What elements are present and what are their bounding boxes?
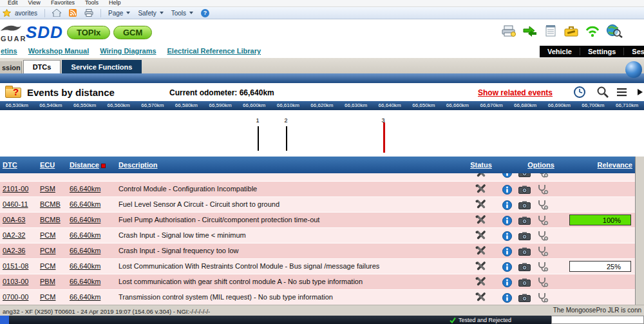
info-icon[interactable]	[502, 293, 512, 303]
stethoscope-icon[interactable]	[537, 215, 548, 225]
camera-icon[interactable]	[518, 186, 531, 194]
column-header-status[interactable]: Status	[465, 161, 497, 169]
toolbox-icon[interactable]	[564, 24, 579, 37]
distance-link[interactable]: 66,640km	[70, 185, 100, 193]
info-icon[interactable]	[502, 173, 512, 178]
tab-dtcs[interactable]: DTCs	[23, 60, 61, 73]
table-row[interactable]: 0A2-36 PCM 66,640km Crash Input - Signal…	[0, 243, 635, 259]
ecu-link[interactable]: BCMB	[40, 200, 61, 208]
camera-icon[interactable]	[518, 232, 531, 240]
status-tools-icon[interactable]	[474, 184, 488, 194]
camera-icon[interactable]	[518, 216, 531, 225]
status-tools-icon[interactable]	[474, 199, 488, 209]
dtc-code-link[interactable]: 0151-08	[3, 262, 28, 270]
table-row-partial[interactable]	[0, 173, 635, 182]
ecu-link[interactable]: PBM	[40, 278, 55, 285]
stethoscope-icon[interactable]	[537, 173, 548, 178]
start-button-stub[interactable]	[0, 316, 9, 324]
status-tools-icon[interactable]	[474, 173, 488, 178]
distance-link[interactable]: 66,640km	[70, 293, 100, 301]
stethoscope-icon[interactable]	[537, 292, 548, 303]
print-icon[interactable]	[80, 8, 97, 19]
topix-button[interactable]: TOPIx	[67, 26, 110, 39]
column-header-description[interactable]: Description	[118, 161, 158, 169]
session-tab-vehicle[interactable]: Vehicle	[540, 48, 580, 55]
help-icon[interactable]: ?	[201, 9, 209, 17]
event-marker-1[interactable]	[258, 126, 259, 151]
show-related-events-link[interactable]: Show related events	[478, 88, 553, 97]
ecu-link[interactable]: PCM	[40, 262, 55, 270]
table-row[interactable]: 0A2-32 PCM 66,640km Crash Input - Signal…	[0, 228, 635, 243]
scrollbar-track[interactable]	[635, 157, 644, 305]
dtc-code-link[interactable]: 0A2-32	[3, 231, 25, 239]
status-tools-icon[interactable]	[474, 261, 488, 271]
menu-item-view[interactable]: View	[23, 0, 46, 6]
camera-icon[interactable]	[518, 278, 531, 287]
status-tools-icon[interactable]	[474, 292, 488, 302]
stethoscope-icon[interactable]	[537, 277, 548, 287]
table-row[interactable]: 0151-08 PCM 66,640km Lost Communication …	[0, 259, 635, 274]
info-icon[interactable]	[502, 262, 512, 272]
info-icon[interactable]	[502, 247, 512, 256]
help-question-icon[interactable]: ?	[13, 86, 19, 97]
menu-item-favorites[interactable]: Favorites	[46, 0, 80, 6]
camera-icon[interactable]	[518, 263, 531, 271]
session-notes-icon[interactable]	[544, 24, 558, 37]
status-tools-icon[interactable]	[474, 276, 488, 287]
session-tab-sessio[interactable]: Sessio	[624, 48, 644, 55]
column-header-ecu[interactable]: ECU	[40, 161, 55, 169]
status-tools-icon[interactable]	[474, 214, 488, 225]
session-globe-icon[interactable]	[625, 61, 642, 78]
status-tools-icon[interactable]	[474, 245, 488, 256]
distance-link[interactable]: 66,640km	[70, 216, 100, 224]
distance-header-label[interactable]: Distance	[70, 161, 99, 169]
camera-icon[interactable]	[518, 247, 531, 256]
dtc-code-link[interactable]: 0103-00	[3, 278, 28, 285]
menu-item-tools[interactable]: Tools	[80, 0, 104, 6]
info-icon[interactable]	[502, 216, 512, 225]
column-header-dtc[interactable]: DTC	[3, 161, 17, 169]
history-clock-icon[interactable]	[573, 86, 586, 99]
dtc-code-link[interactable]: 2101-00	[3, 185, 28, 193]
stethoscope-icon[interactable]	[537, 184, 548, 195]
status-tools-icon[interactable]	[474, 230, 488, 240]
data-exchange-icon[interactable]	[522, 24, 538, 37]
tab-service-functions[interactable]: Service Functions	[62, 60, 142, 73]
column-header-options[interactable]: Options	[515, 161, 567, 169]
rss-feed-icon[interactable]	[65, 8, 80, 19]
ecu-link[interactable]: PCM	[40, 247, 55, 254]
stethoscope-icon[interactable]	[537, 200, 548, 210]
tab-session[interactable]: ssion	[0, 61, 22, 73]
dtc-code-link[interactable]: 00A-63	[3, 216, 25, 224]
notification-box[interactable]	[551, 316, 644, 324]
camera-icon[interactable]	[518, 294, 531, 302]
camera-icon[interactable]	[518, 173, 531, 177]
ecu-link[interactable]: BCMB	[40, 216, 61, 224]
dtc-code-link[interactable]: 0460-11	[3, 200, 28, 208]
event-marker-3[interactable]	[383, 122, 385, 153]
session-tab-settings[interactable]: Settings	[580, 48, 624, 55]
menu-item-edit[interactable]: Edit	[3, 0, 23, 6]
table-row[interactable]: 0700-00 PCM 66,640km Transmission contro…	[0, 290, 635, 305]
home-icon[interactable]	[48, 8, 65, 19]
stethoscope-icon[interactable]	[537, 231, 548, 241]
search-icon[interactable]	[596, 86, 609, 99]
global-search-icon[interactable]	[606, 24, 623, 38]
ecu-link[interactable]: PCM	[40, 231, 55, 239]
nav-link[interactable]: Wiring Diagrams	[100, 47, 156, 55]
safety-menu-button[interactable]: Safety	[134, 8, 167, 19]
distance-link[interactable]: 66,640km	[70, 278, 100, 285]
distance-link[interactable]: 66,640km	[70, 247, 100, 254]
wireless-icon[interactable]	[585, 24, 600, 37]
column-header-relevance[interactable]: Relevance	[569, 161, 632, 169]
list-view-icon[interactable]	[616, 87, 628, 97]
ecu-link[interactable]: PCM	[40, 293, 55, 301]
menu-item-help[interactable]: Help	[104, 0, 126, 6]
device-config-icon[interactable]	[501, 24, 516, 37]
distance-link[interactable]: 66,640km	[70, 200, 100, 208]
collapse-panel-icon[interactable]	[638, 89, 643, 95]
favorites-button[interactable]: avorites	[11, 8, 41, 19]
info-icon[interactable]	[502, 278, 512, 287]
gcm-button[interactable]: GCM	[113, 26, 152, 39]
nav-link[interactable]: etins	[1, 47, 17, 55]
